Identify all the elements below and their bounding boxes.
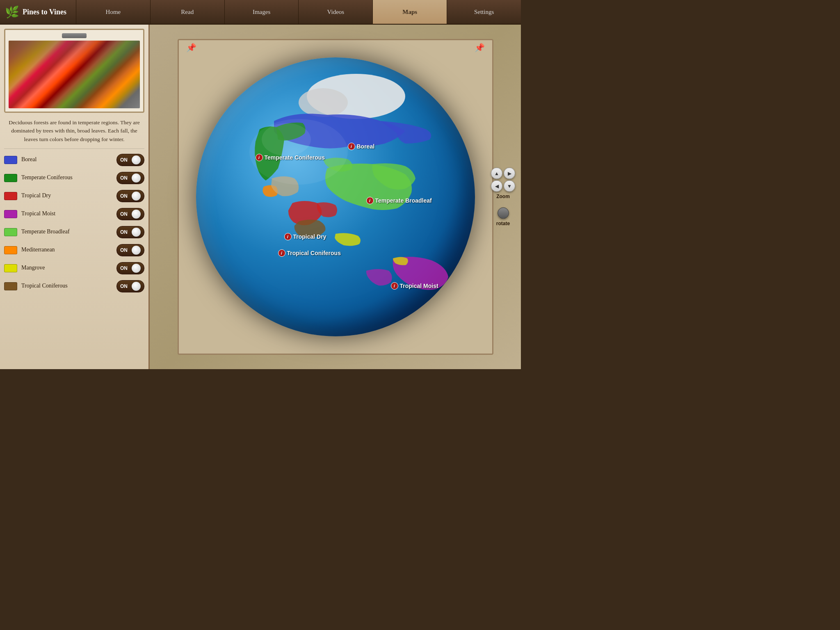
tab-settings[interactable]: Settings [447, 0, 521, 24]
zoom-left-button[interactable]: ◀ [491, 180, 502, 192]
rotate-control-group: rotate [496, 208, 510, 226]
tropical-dry-toggle[interactable]: ON [116, 190, 144, 202]
legend-item-temperate-broadleaf: Temperate Broadleaf ON [4, 224, 144, 240]
map-board: 📌 📌 [178, 39, 493, 355]
svg-point-3 [262, 123, 311, 156]
zoom-label: Zoom [496, 194, 510, 199]
zoom-down-button[interactable]: ▼ [504, 180, 515, 192]
zoom-arrows: ▲ ▶ ◀ ▼ [491, 168, 515, 192]
legend-item-mangrove: Mangrove ON [4, 260, 144, 276]
divider [4, 148, 144, 149]
legend-item-mediterranean: Mediterranean ON [4, 242, 144, 258]
tropical-coniferous-color-swatch [4, 282, 17, 290]
temperate-broadleaf-toggle[interactable]: ON [116, 226, 144, 238]
legend-item-tropical-coniferous: Tropical Coniferous ON [4, 278, 144, 294]
mangrove-toggle-label: ON [120, 265, 128, 271]
zoom-control-group: ▲ ▶ ◀ ▼ Zoom [491, 168, 515, 199]
tab-home[interactable]: Home [76, 0, 150, 24]
legend-item-tropical-dry: Tropical Dry ON [4, 188, 144, 204]
mediterranean-toggle-knob [132, 246, 141, 255]
temperate-coniferous-label: Temperate Coniferous [21, 174, 73, 181]
tropical-dry-map-label: i Tropical Dry [284, 233, 326, 240]
leaf-icon: 🌿 [5, 5, 19, 19]
sidebar: Deciduous forests are found in temperate… [0, 25, 150, 369]
mangrove-label: Mangrove [21, 265, 45, 272]
tropical-coniferous-map-label: i Tropical Coniferous [278, 249, 341, 257]
tropical-moist-map-label: i Tropical Moist [391, 282, 438, 290]
tropical-dry-label: Tropical Dry [21, 192, 51, 199]
boreal-toggle[interactable]: ON [116, 154, 144, 166]
rotate-center-button[interactable] [498, 208, 509, 219]
brand: 🌿 Pines to Vines [0, 5, 76, 19]
mediterranean-toggle-label: ON [120, 247, 128, 253]
legend-left-tropical-moist: Tropical Moist [4, 210, 55, 218]
zoom-right-button[interactable]: ▶ [504, 168, 515, 179]
tropical-dry-toggle-label: ON [120, 193, 128, 199]
legend-item-boreal: Boreal ON [4, 152, 144, 168]
temperate-coniferous-toggle-knob [132, 173, 141, 183]
temperate-coniferous-info-icon[interactable]: i [256, 154, 263, 161]
tropical-coniferous-toggle[interactable]: ON [116, 280, 144, 292]
tropical-dry-color-swatch [4, 192, 17, 200]
rotate-label: rotate [496, 221, 510, 226]
boreal-info-icon[interactable]: i [348, 143, 355, 150]
temperate-broadleaf-toggle-label: ON [120, 229, 128, 235]
mangrove-toggle[interactable]: ON [116, 262, 144, 274]
mediterranean-label: Mediterranean [21, 247, 55, 253]
boreal-color-swatch [4, 156, 17, 164]
mediterranean-toggle[interactable]: ON [116, 244, 144, 256]
boreal-toggle-label: ON [120, 157, 128, 163]
forest-image-container [4, 29, 144, 113]
zoom-up-button[interactable]: ▲ [491, 168, 502, 179]
temperate-coniferous-color-swatch [4, 174, 17, 182]
tropical-moist-toggle-knob [132, 210, 141, 219]
legend-left-temperate-broadleaf: Temperate Broadleaf [4, 228, 70, 236]
navbar: 🌿 Pines to Vines Home Read Images Videos… [0, 0, 521, 25]
tab-maps[interactable]: Maps [372, 0, 447, 24]
tropical-moist-info-icon[interactable]: i [391, 282, 398, 290]
temperate-broadleaf-map-label: i Temperate Broadleaf [366, 197, 432, 204]
temperate-coniferous-map-label: i Temperate Coniferous [256, 154, 325, 161]
legend-left-mediterranean: Mediterranean [4, 246, 55, 254]
tab-read[interactable]: Read [150, 0, 224, 24]
map-area: 📌 📌 [150, 25, 521, 369]
legend-left-tropical-coniferous: Tropical Coniferous [4, 282, 68, 290]
svg-point-1 [299, 88, 348, 117]
temperate-broadleaf-label: Temperate Broadleaf [21, 228, 70, 235]
tropical-coniferous-toggle-knob [132, 282, 141, 291]
tropical-moist-label: Tropical Moist [21, 210, 55, 217]
tropical-coniferous-toggle-label: ON [120, 283, 128, 289]
temperate-broadleaf-color-swatch [4, 228, 17, 236]
description-text: Deciduous forests are found in temperate… [4, 117, 144, 145]
temperate-coniferous-toggle[interactable]: ON [116, 172, 144, 184]
legend-left-temperate-coniferous: Temperate Coniferous [4, 174, 73, 182]
tropical-moist-color-swatch [4, 210, 17, 218]
nav-tabs: Home Read Images Videos Maps Settings [76, 0, 521, 24]
boreal-toggle-knob [132, 155, 141, 164]
mangrove-toggle-knob [132, 264, 141, 273]
globe[interactable]: i Temperate Coniferous i Boreal i Temper… [196, 57, 475, 336]
tropical-moist-toggle[interactable]: ON [116, 208, 144, 220]
tropical-dry-toggle-knob [132, 192, 141, 201]
tab-videos[interactable]: Videos [298, 0, 372, 24]
forest-image [9, 41, 140, 108]
temperate-coniferous-toggle-label: ON [120, 175, 128, 181]
legend-item-tropical-moist: Tropical Moist ON [4, 206, 144, 222]
main-layout: Deciduous forests are found in temperate… [0, 25, 521, 369]
tropical-dry-info-icon[interactable]: i [284, 233, 292, 240]
brand-title: Pines to Vines [23, 8, 66, 16]
pushpin-top-right: 📌 [475, 43, 485, 52]
legend-left-mangrove: Mangrove [4, 264, 45, 272]
tropical-coniferous-info-icon[interactable]: i [278, 249, 285, 257]
legend-left-tropical-dry: Tropical Dry [4, 192, 51, 200]
clip-bar [62, 33, 87, 38]
tab-images[interactable]: Images [224, 0, 299, 24]
legend-item-temperate-coniferous: Temperate Coniferous ON [4, 170, 144, 186]
pushpin-top-left: 📌 [186, 43, 196, 52]
legend-left-boreal: Boreal [4, 156, 37, 164]
temperate-broadleaf-toggle-knob [132, 228, 141, 237]
tropical-moist-toggle-label: ON [120, 211, 128, 217]
tropical-coniferous-label: Tropical Coniferous [21, 283, 68, 290]
boreal-label: Boreal [21, 156, 37, 163]
temperate-broadleaf-info-icon[interactable]: i [366, 197, 374, 204]
